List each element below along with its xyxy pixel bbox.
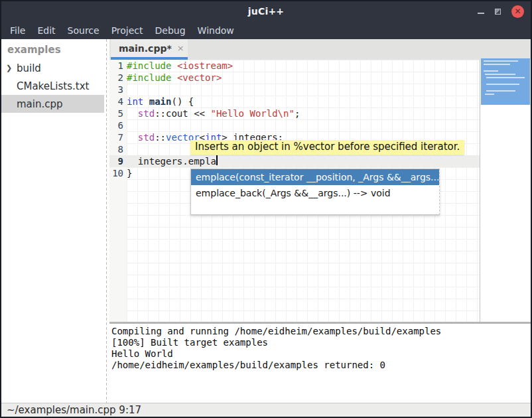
menu-item-source[interactable]: Source [62,23,105,38]
minimap-code-line [486,84,519,85]
line-number: 9 [109,155,127,167]
file-tree-sidebar: examples ❯buildCMakeLists.txtmain.cpp [1,39,104,403]
output-line-2: Hello World [111,348,531,360]
code-segment: #include [127,72,171,83]
restore-button[interactable] [495,9,501,15]
close-button[interactable]: ✕ [511,5,524,18]
output-line-1: [100%] Built target examples [111,337,531,348]
doc-tooltip: Inserts an object in %vector before spec… [190,140,464,155]
code-line-2[interactable]: 2#include <vector> [109,72,480,84]
code-segment [143,96,149,107]
status-file-position: ~/examples/main.cpp 9:17 [7,404,141,416]
menu-item-edit[interactable]: Edit [31,23,61,38]
line-number: 3 [109,84,127,96]
minimap-code-line [486,77,525,78]
code-text: std::cout << "Hello World\n"; [127,107,300,119]
project-name-header: examples [1,39,104,59]
minimap-viewport[interactable] [481,58,530,105]
line-number: 6 [109,119,127,131]
code-segment [171,60,176,71]
code-text: int main() { [127,96,194,107]
line-number: 4 [109,96,127,107]
code-line-6[interactable]: 6 [109,119,480,131]
app-window: juCi++ ✕ FileEditSourceProjectDebugWindo… [0,0,532,418]
code-segment: std [138,108,155,119]
line-number: 5 [109,107,127,119]
code-segment: main [149,96,172,107]
code-segment: ::cout << [155,108,210,119]
output-line-0: Compiling and running /home/eidheim/exam… [111,326,531,337]
editor-zone: 1#include <iostream>2#include <vector>34… [109,60,531,322]
sidebar-item-cmakelists-txt[interactable]: CMakeLists.txt [1,77,104,95]
sidebar-item-build[interactable]: ❯build [1,59,104,77]
code-segment [127,108,138,119]
code-text: } [127,167,132,179]
menu-item-project[interactable]: Project [105,23,149,38]
code-text: #include <iostream> [127,60,233,72]
completion-popup: emplace(const_iterator __position, _Args… [190,169,440,215]
sidebar-item-main-cpp[interactable]: main.cpp [1,95,104,113]
code-segment: integers.empla [127,156,216,167]
menu-item-debug[interactable]: Debug [149,23,192,38]
minimap-code-line [486,90,515,92]
line-number: 10 [109,167,127,179]
menubar: FileEditSourceProjectDebugWindow [1,21,531,39]
sidebar-splitter[interactable] [104,39,109,403]
line-number: 1 [109,60,127,72]
code-editor[interactable]: 1#include <iostream>2#include <vector>34… [109,60,480,322]
minimap-code-line [484,60,518,62]
menu-item-file[interactable]: File [4,23,31,38]
code-segment: <iostream> [177,60,233,71]
minimap-code-line [485,74,515,75]
code-line-9[interactable]: 9 integers.empla [109,155,480,167]
tab-label: main.cpp* [119,43,172,54]
tree-item-label: CMakeLists.txt [17,80,89,92]
window-title: juCi++ [248,6,285,17]
line-number: 7 [109,131,127,143]
minimap-code-line [484,70,498,72]
code-segment: <vector> [177,72,222,83]
file-tree: ❯buildCMakeLists.txtmain.cpp [1,59,104,113]
line-number: 8 [109,143,127,155]
chevron-right-icon[interactable]: ❯ [6,64,17,72]
minimap-code-line [485,94,494,95]
code-segment: () { [171,96,194,107]
statusbar: ~/examples/main.cpp 9:17 [1,403,531,417]
line-number: 2 [109,72,127,84]
code-rows: 1#include <iostream>2#include <vector>34… [109,60,480,179]
code-segment [127,132,138,143]
code-segment: "Hello World\n" [210,108,294,119]
code-line-5[interactable]: 5 std::cout << "Hello World\n"; [109,107,480,119]
menu-item-window[interactable]: Window [192,23,240,38]
output-line-3: /home/eidheim/examples/build/examples re… [111,360,531,371]
tab-close-icon[interactable]: × [177,44,184,52]
code-segment: :: [155,132,166,143]
minimap-code-line [484,64,510,65]
code-line-4[interactable]: 4int main() { [109,96,480,107]
code-line-3[interactable]: 3 [109,84,480,96]
code-segment: #include [127,60,171,71]
code-text: integers.empla [127,155,216,167]
build-output-panel[interactable]: Compiling and running /home/eidheim/exam… [109,324,531,403]
titlebar[interactable]: juCi++ ✕ [1,1,531,21]
code-segment: int [127,96,143,107]
minimize-button[interactable] [478,13,484,14]
tabbar: main.cpp* × [109,39,531,60]
code-segment: } [127,168,132,178]
text-cursor [216,155,218,165]
code-segment: ; [295,108,300,119]
completion-item-0[interactable]: emplace(const_iterator __position, _Args… [191,169,439,185]
tab-main-cpp[interactable]: main.cpp* × [111,39,188,60]
close-icon: ✕ [514,7,521,15]
minimap[interactable] [480,60,531,322]
code-segment: std [138,132,155,143]
code-line-1[interactable]: 1#include <iostream> [109,60,480,72]
completion-item-1[interactable]: emplace_back(_Args &&__args...) --> void [191,185,439,201]
window-controls: ✕ [478,1,524,21]
tree-item-label: main.cpp [17,98,63,110]
code-text: #include <vector> [127,72,222,84]
code-segment [171,72,176,83]
tree-item-label: build [17,62,41,74]
